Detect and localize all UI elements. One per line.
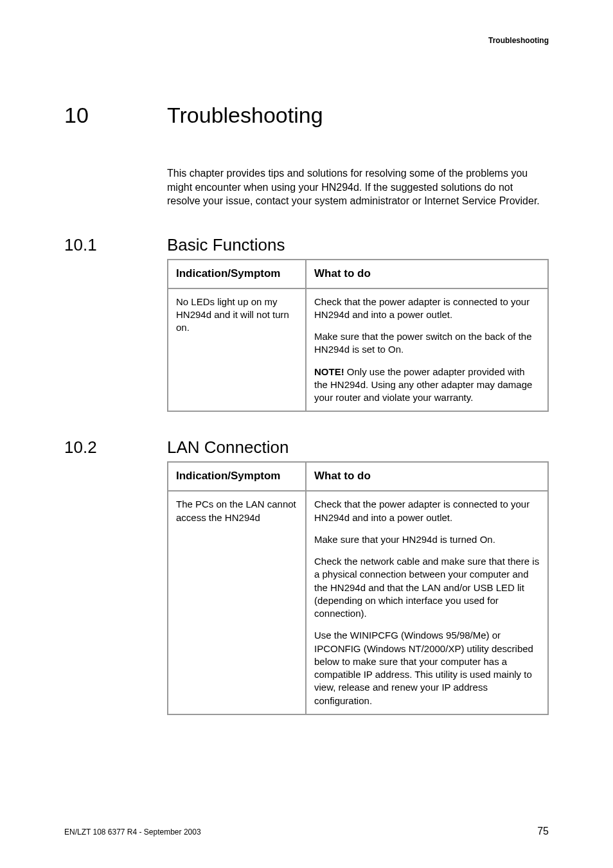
section-title: LAN Connection — [167, 438, 289, 457]
cell-indication: The PCs on the LAN cannot access the HN2… — [168, 491, 306, 714]
section-number: 10.1 — [64, 235, 167, 255]
chapter-intro: This chapter provides tips and solutions… — [167, 166, 549, 208]
note-rest: Only use the power adapter provided with… — [314, 366, 532, 403]
table-header-col2: What to do — [306, 260, 548, 288]
para: Make sure that your HN294d is turned On. — [314, 533, 540, 546]
section-heading-10-2: 10.2 LAN Connection — [64, 438, 549, 457]
table-lan-connection: Indication/Symptom What to do The PCs on… — [167, 461, 549, 714]
para: Make sure that the power switch on the b… — [314, 330, 540, 357]
cell-whattodo: Check that the power adapter is connecte… — [306, 491, 548, 714]
para: Check the network cable and make sure th… — [314, 555, 540, 620]
page-footer: EN/LZT 108 6377 R4 - September 2003 75 — [64, 826, 549, 837]
footer-left: EN/LZT 108 6377 R4 - September 2003 — [64, 828, 201, 837]
para: NOTE! Only use the power adapter provide… — [314, 366, 540, 405]
para: Use the WINIPCFG (Windows 95/98/Me) or I… — [314, 629, 540, 707]
section-heading-10-1: 10.1 Basic Functions — [64, 235, 549, 255]
chapter-title: Troubleshooting — [167, 103, 323, 128]
section-number: 10.2 — [64, 438, 167, 457]
para: Check that the power adapter is connecte… — [314, 296, 540, 322]
table-header-col1: Indication/Symptom — [168, 260, 306, 288]
table-header-row: Indication/Symptom What to do — [168, 260, 548, 288]
table-header-col2: What to do — [306, 462, 548, 491]
page-number: 75 — [537, 826, 549, 837]
table-row: The PCs on the LAN cannot access the HN2… — [168, 491, 548, 714]
cell-whattodo: Check that the power adapter is connecte… — [306, 288, 548, 412]
table-header-row: Indication/Symptom What to do — [168, 462, 548, 491]
chapter-heading: 10 Troubleshooting — [64, 103, 549, 128]
cell-indication: No LEDs light up on my HN294d and it wil… — [168, 288, 306, 412]
running-header: Troubleshooting — [64, 36, 549, 45]
section-title: Basic Functions — [167, 235, 285, 255]
table-row: No LEDs light up on my HN294d and it wil… — [168, 288, 548, 412]
table-basic-functions: Indication/Symptom What to do No LEDs li… — [167, 259, 549, 412]
table-header-col1: Indication/Symptom — [168, 462, 306, 491]
chapter-number: 10 — [64, 103, 167, 128]
note-bold: NOTE! — [314, 366, 344, 377]
para: Check that the power adapter is connecte… — [314, 498, 540, 524]
